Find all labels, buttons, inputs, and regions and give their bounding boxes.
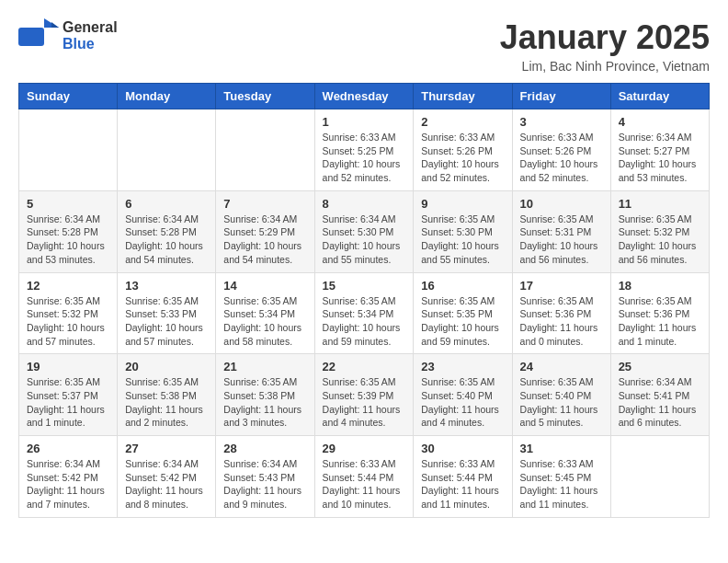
day-number: 20 <box>125 360 208 373</box>
day-number: 12 <box>27 279 109 293</box>
calendar-cell: 2Sunrise: 6:33 AMSunset: 5:26 PMDaylight… <box>414 109 512 191</box>
day-info: Sunrise: 6:35 AMSunset: 5:38 PMDaylight:… <box>223 375 306 430</box>
day-number: 8 <box>323 197 406 211</box>
page-header: General Blue January 2025 Lim, Bac Ninh … <box>18 18 710 74</box>
day-number: 26 <box>27 442 109 455</box>
logo: General Blue <box>18 18 118 53</box>
day-info: Sunrise: 6:35 AMSunset: 5:40 PMDaylight:… <box>520 375 603 430</box>
day-number: 10 <box>520 197 603 211</box>
calendar-header-thursday: Thursday <box>414 84 512 109</box>
calendar-cell: 30Sunrise: 6:33 AMSunset: 5:44 PMDayligh… <box>414 436 512 518</box>
day-info: Sunrise: 6:34 AMSunset: 5:42 PMDaylight:… <box>27 457 109 511</box>
calendar-cell <box>216 109 314 191</box>
day-number: 13 <box>125 279 208 293</box>
day-number: 9 <box>421 197 504 211</box>
calendar-cell: 9Sunrise: 6:35 AMSunset: 5:30 PMDaylight… <box>414 190 512 272</box>
calendar-cell: 12Sunrise: 6:35 AMSunset: 5:32 PMDayligh… <box>19 272 118 354</box>
calendar-cell <box>118 109 216 191</box>
day-number: 14 <box>223 279 306 293</box>
calendar-cell: 6Sunrise: 6:34 AMSunset: 5:28 PMDaylight… <box>118 190 216 272</box>
calendar-cell: 11Sunrise: 6:35 AMSunset: 5:32 PMDayligh… <box>610 190 709 272</box>
day-number: 5 <box>27 197 109 211</box>
day-info: Sunrise: 6:33 AMSunset: 5:25 PMDaylight:… <box>323 131 406 185</box>
day-number: 29 <box>323 442 406 455</box>
day-info: Sunrise: 6:35 AMSunset: 5:34 PMDaylight:… <box>323 294 406 349</box>
day-number: 4 <box>619 115 701 129</box>
day-number: 27 <box>125 442 208 455</box>
day-number: 1 <box>323 115 406 129</box>
day-number: 30 <box>421 442 504 455</box>
calendar-cell: 29Sunrise: 6:33 AMSunset: 5:44 PMDayligh… <box>314 436 414 518</box>
calendar-cell: 14Sunrise: 6:35 AMSunset: 5:34 PMDayligh… <box>216 272 314 354</box>
day-info: Sunrise: 6:34 AMSunset: 5:41 PMDaylight:… <box>619 375 701 430</box>
day-number: 23 <box>421 360 504 373</box>
calendar-cell: 20Sunrise: 6:35 AMSunset: 5:38 PMDayligh… <box>118 354 216 436</box>
calendar-header-sunday: Sunday <box>19 84 118 109</box>
calendar-cell: 10Sunrise: 6:35 AMSunset: 5:31 PMDayligh… <box>512 190 610 272</box>
day-number: 25 <box>619 360 701 373</box>
calendar-table: SundayMondayTuesdayWednesdayThursdayFrid… <box>18 83 710 518</box>
day-info: Sunrise: 6:35 AMSunset: 5:37 PMDaylight:… <box>27 375 109 430</box>
calendar-cell: 19Sunrise: 6:35 AMSunset: 5:37 PMDayligh… <box>19 354 118 436</box>
logo-general-text: General <box>63 19 118 36</box>
logo-blue-text: Blue <box>63 36 118 52</box>
day-info: Sunrise: 6:35 AMSunset: 5:36 PMDaylight:… <box>619 294 701 349</box>
calendar-cell: 31Sunrise: 6:33 AMSunset: 5:45 PMDayligh… <box>512 436 610 518</box>
calendar-cell: 26Sunrise: 6:34 AMSunset: 5:42 PMDayligh… <box>19 436 118 518</box>
calendar-cell <box>610 436 709 518</box>
day-number: 19 <box>27 360 109 373</box>
calendar-cell: 27Sunrise: 6:34 AMSunset: 5:42 PMDayligh… <box>118 436 216 518</box>
day-info: Sunrise: 6:35 AMSunset: 5:31 PMDaylight:… <box>520 213 603 267</box>
day-number: 28 <box>223 442 306 455</box>
calendar-cell: 16Sunrise: 6:35 AMSunset: 5:35 PMDayligh… <box>414 272 512 354</box>
day-number: 18 <box>619 279 701 293</box>
day-number: 3 <box>520 115 603 129</box>
calendar-week-row: 5Sunrise: 6:34 AMSunset: 5:28 PMDaylight… <box>19 190 710 272</box>
svg-marker-2 <box>51 22 59 28</box>
calendar-week-row: 19Sunrise: 6:35 AMSunset: 5:37 PMDayligh… <box>19 354 710 436</box>
calendar-cell: 21Sunrise: 6:35 AMSunset: 5:38 PMDayligh… <box>216 354 314 436</box>
svg-rect-0 <box>18 28 44 46</box>
day-number: 11 <box>619 197 701 211</box>
day-info: Sunrise: 6:35 AMSunset: 5:33 PMDaylight:… <box>125 294 208 349</box>
calendar-cell: 3Sunrise: 6:33 AMSunset: 5:26 PMDaylight… <box>512 109 610 191</box>
calendar-header-wednesday: Wednesday <box>314 84 414 109</box>
day-info: Sunrise: 6:34 AMSunset: 5:42 PMDaylight:… <box>125 457 208 511</box>
calendar-cell: 4Sunrise: 6:34 AMSunset: 5:27 PMDaylight… <box>610 109 709 191</box>
day-info: Sunrise: 6:33 AMSunset: 5:26 PMDaylight:… <box>421 131 504 185</box>
day-info: Sunrise: 6:33 AMSunset: 5:26 PMDaylight:… <box>520 131 603 185</box>
title-section: January 2025 Lim, Bac Ninh Province, Vie… <box>500 18 710 74</box>
calendar-cell: 23Sunrise: 6:35 AMSunset: 5:40 PMDayligh… <box>414 354 512 436</box>
calendar-cell: 15Sunrise: 6:35 AMSunset: 5:34 PMDayligh… <box>314 272 414 354</box>
day-info: Sunrise: 6:34 AMSunset: 5:28 PMDaylight:… <box>27 213 109 267</box>
day-number: 16 <box>421 279 504 293</box>
day-info: Sunrise: 6:35 AMSunset: 5:36 PMDaylight:… <box>520 294 603 349</box>
logo-icon <box>18 18 59 53</box>
calendar-header-saturday: Saturday <box>610 84 709 109</box>
calendar-header-monday: Monday <box>118 84 216 109</box>
calendar-cell <box>19 109 118 191</box>
day-number: 15 <box>323 279 406 293</box>
day-info: Sunrise: 6:34 AMSunset: 5:28 PMDaylight:… <box>125 213 208 267</box>
calendar-cell: 7Sunrise: 6:34 AMSunset: 5:29 PMDaylight… <box>216 190 314 272</box>
calendar-cell: 22Sunrise: 6:35 AMSunset: 5:39 PMDayligh… <box>314 354 414 436</box>
day-info: Sunrise: 6:35 AMSunset: 5:39 PMDaylight:… <box>323 375 406 430</box>
calendar-cell: 5Sunrise: 6:34 AMSunset: 5:28 PMDaylight… <box>19 190 118 272</box>
calendar-cell: 17Sunrise: 6:35 AMSunset: 5:36 PMDayligh… <box>512 272 610 354</box>
location: Lim, Bac Ninh Province, Vietnam <box>500 59 710 74</box>
day-number: 7 <box>223 197 306 211</box>
day-number: 2 <box>421 115 504 129</box>
calendar-cell: 18Sunrise: 6:35 AMSunset: 5:36 PMDayligh… <box>610 272 709 354</box>
calendar-cell: 24Sunrise: 6:35 AMSunset: 5:40 PMDayligh… <box>512 354 610 436</box>
day-info: Sunrise: 6:35 AMSunset: 5:35 PMDaylight:… <box>421 294 504 349</box>
calendar-cell: 13Sunrise: 6:35 AMSunset: 5:33 PMDayligh… <box>118 272 216 354</box>
day-info: Sunrise: 6:33 AMSunset: 5:45 PMDaylight:… <box>520 457 603 511</box>
day-info: Sunrise: 6:35 AMSunset: 5:30 PMDaylight:… <box>421 213 504 267</box>
day-info: Sunrise: 6:33 AMSunset: 5:44 PMDaylight:… <box>323 457 406 511</box>
day-number: 17 <box>520 279 603 293</box>
day-number: 21 <box>223 360 306 373</box>
calendar-cell: 8Sunrise: 6:34 AMSunset: 5:30 PMDaylight… <box>314 190 414 272</box>
day-number: 6 <box>125 197 208 211</box>
calendar-week-row: 26Sunrise: 6:34 AMSunset: 5:42 PMDayligh… <box>19 436 710 518</box>
calendar-header-tuesday: Tuesday <box>216 84 314 109</box>
